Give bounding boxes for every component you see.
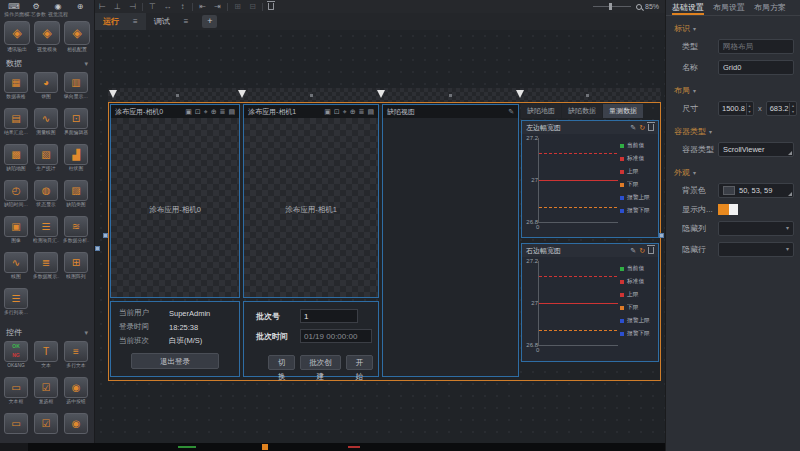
same-height-icon[interactable]: ⇥ <box>210 0 225 13</box>
prop-input-container-type[interactable]: ScrollViewer <box>718 142 794 157</box>
batch-panel[interactable]: 批次号 批次时间 切换批次创建开始 <box>243 301 379 377</box>
distribute-horizontal-icon[interactable]: ↔ <box>160 0 175 13</box>
align-bottom-icon[interactable]: ⊥ <box>110 0 125 13</box>
logout-button[interactable]: 退出登录 <box>131 353 219 369</box>
add-tab-button[interactable]: + <box>202 15 217 28</box>
sidebar-tool-more-tools-icon[interactable]: ⊕ <box>69 2 91 18</box>
sidebar-item-vertical-display-icon[interactable]: ▥纵向显示… <box>61 72 91 106</box>
sidebar-module-camera-config-icon[interactable]: ◈相机配置 <box>62 21 92 53</box>
sidebar-item-okng-icon[interactable]: OKNGOK&NG <box>1 341 31 375</box>
sidebar-item-textbox-icon[interactable]: ▭文本框 <box>1 377 31 411</box>
batch-button-1[interactable]: 批次创建 <box>300 355 341 370</box>
delete-icon[interactable] <box>268 3 274 10</box>
camera-panel-0[interactable]: 涂布应用-相机0▣⊡⌖⊕≣▤涂布应用-相机0 <box>110 104 240 298</box>
chart-tab-0[interactable]: 缺陷地图 <box>521 104 561 118</box>
cam-zoom-icon[interactable]: ⊕ <box>211 106 217 118</box>
zoom-slider[interactable] <box>593 6 631 7</box>
sidebar-item-multiline-text-icon[interactable]: ≡多行文本 <box>61 341 91 375</box>
align-left-icon[interactable]: ⊢ <box>95 0 110 13</box>
sidebar-item-production-stats-icon[interactable]: ▧生产统计 <box>31 144 61 178</box>
sidebar-item-result-summary-icon[interactable]: ▤结果汇总… <box>1 108 31 142</box>
grid-column-strip[interactable] <box>108 88 661 103</box>
distribute-vertical-icon[interactable]: ↕ <box>175 0 190 13</box>
align-top-icon[interactable]: ⊤ <box>145 0 160 13</box>
batch-button-2[interactable]: 开始 <box>346 355 373 370</box>
cam-menu-icon[interactable]: ▤ <box>367 106 374 118</box>
prop-input-name[interactable]: Grid0 <box>718 60 794 75</box>
chart-tab-2[interactable]: 量测数据 <box>603 104 643 118</box>
sidebar-item-clipped-control-icon[interactable]: ☑ <box>31 413 61 443</box>
inspector-section-header[interactable]: 容器类型▾ <box>666 119 800 139</box>
resize-handle-left[interactable] <box>103 233 108 238</box>
cam-fit-icon[interactable]: ⊡ <box>334 106 340 118</box>
prop-height-input[interactable]: 683.2▴ ▾ <box>766 101 798 116</box>
trash-icon[interactable] <box>648 124 654 131</box>
sidebar-item-bar-chart-icon[interactable]: ▟柱状图 <box>61 144 91 178</box>
chart-panel-1[interactable]: 右边幅宽图✎↻27.22726.80当前值标准值上限下限报警上限报警下限 <box>521 243 659 362</box>
inspector-section-header[interactable]: 布局▾ <box>666 78 800 98</box>
sidebar-item-status-display-icon[interactable]: ◍状态显示 <box>31 180 61 214</box>
sidebar-item-table-icon[interactable]: ▦数据表格 <box>1 72 31 106</box>
batch-time-input[interactable] <box>300 329 372 343</box>
cam-image-icon[interactable]: ▣ <box>324 106 331 118</box>
cam-ruler-icon[interactable]: ≣ <box>359 106 365 118</box>
refresh-icon[interactable]: ↻ <box>639 247 645 255</box>
column-marker[interactable] <box>377 90 385 98</box>
sidebar-item-clipped-control-icon[interactable]: ◉ <box>61 413 91 443</box>
zoom-slider-handle[interactable] <box>609 3 612 10</box>
prop-input-type[interactable]: 网格布局 <box>718 39 794 54</box>
taskbar-orange-icon[interactable] <box>262 444 268 450</box>
cam-crosshair-icon[interactable]: ⌖ <box>204 106 208 118</box>
sidebar-item-line-chart-icon[interactable]: ∿线图 <box>1 252 31 286</box>
sidebar-item-checkbox-icon[interactable]: ☑复选框 <box>31 377 61 411</box>
sidebar-section-header[interactable]: 数据▾ <box>0 55 94 70</box>
column-marker[interactable] <box>238 90 246 98</box>
cam-zoom-icon[interactable]: ⊕ <box>350 106 356 118</box>
cam-image-icon[interactable]: ▣ <box>185 106 192 118</box>
sidebar-item-text-icon[interactable]: T文本 <box>31 341 61 375</box>
cam-fit-icon[interactable]: ⊡ <box>195 106 201 118</box>
prop-toggle-show-content[interactable] <box>718 204 738 215</box>
design-canvas[interactable]: 涂布应用-相机0▣⊡⌖⊕≣▤涂布应用-相机0涂布应用-相机1▣⊡⌖⊕≣▤涂布应用… <box>95 30 665 443</box>
column-marker[interactable] <box>109 90 117 98</box>
sidebar-item-line-array-icon[interactable]: ⊞线图阵列 <box>61 252 91 286</box>
prop-select-hidden-columns[interactable]: ▾ <box>718 221 794 236</box>
same-width-icon[interactable]: ⇤ <box>195 0 210 13</box>
prop-width-input[interactable]: 1500.8▴ ▾ <box>718 101 754 116</box>
sidebar-item-ui-editor-icon[interactable]: ⊡界面编辑器 <box>61 108 91 142</box>
batch-no-input[interactable] <box>300 309 358 323</box>
cam-menu-icon[interactable]: ▤ <box>228 106 235 118</box>
sidebar-section-header[interactable]: 控件▾ <box>0 324 94 339</box>
inspector-section-header[interactable]: 标识▾ <box>666 16 800 36</box>
tab-debug[interactable]: 调试 ≡ <box>146 13 197 30</box>
sidebar-item-inspect-items-icon[interactable]: ☰检测项目汇… <box>31 216 61 250</box>
inspector-section-header[interactable]: 外观▾ <box>666 160 800 180</box>
sidebar-tool-vision-flow-icon[interactable]: ◉视觉流程 <box>47 2 69 18</box>
refresh-icon[interactable]: ↻ <box>639 124 645 132</box>
cam-crosshair-icon[interactable]: ⌖ <box>343 106 347 118</box>
canvas-edge-handle[interactable] <box>95 246 100 251</box>
sidebar-tool-operator-panel-icon[interactable]: ⌨操作员面板 <box>3 2 25 18</box>
sidebar-item-clipped-control-icon[interactable]: ▭ <box>1 413 31 443</box>
sidebar-item-image-icon[interactable]: ▣图像 <box>1 216 31 250</box>
sidebar-item-multi-display-icon[interactable]: ≣多数据展示… <box>31 252 61 286</box>
sidebar-item-pie-icon[interactable]: ◕饼图 <box>31 72 61 106</box>
sidebar-item-defect-map-icon[interactable]: ▩缺陷地图 <box>1 144 31 178</box>
cam-ruler-icon[interactable]: ≣ <box>220 106 226 118</box>
edit-icon[interactable]: ✎ <box>630 247 636 255</box>
edit-icon[interactable]: ✎ <box>508 106 514 118</box>
sidebar-item-defect-class-icon[interactable]: ▨缺陷类图 <box>61 180 91 214</box>
inspector-tab-1[interactable]: 布局设置 <box>713 0 745 15</box>
align-right-icon[interactable]: ⊣ <box>125 0 140 13</box>
sidebar-item-measure-line-icon[interactable]: ∿测量线图 <box>31 108 61 142</box>
sidebar-item-radio-button-icon[interactable]: ◉选中按钮 <box>61 377 91 411</box>
hamburger-icon[interactable]: ≡ <box>133 17 138 26</box>
sidebar-tool-process-params-icon[interactable]: ⚙工艺参数 <box>25 2 47 18</box>
inspector-tab-2[interactable]: 布局方案 <box>754 0 786 15</box>
sidebar-item-multi-row-list-icon[interactable]: ☰多行列表… <box>1 288 31 322</box>
tab-run[interactable]: 运行 ≡ <box>95 13 146 30</box>
sidebar-module-comm-output-icon[interactable]: ◈通讯输出 <box>2 21 32 53</box>
chart-panel-0[interactable]: 左边幅宽图✎↻27.22726.80当前值标准值上限下限报警上限报警下限 <box>521 120 659 238</box>
trash-icon[interactable] <box>648 247 654 254</box>
user-info-panel[interactable]: 当前用户SuperAdmin登录时间18:25:38当前班次白班(M/S) 退出… <box>110 301 240 377</box>
